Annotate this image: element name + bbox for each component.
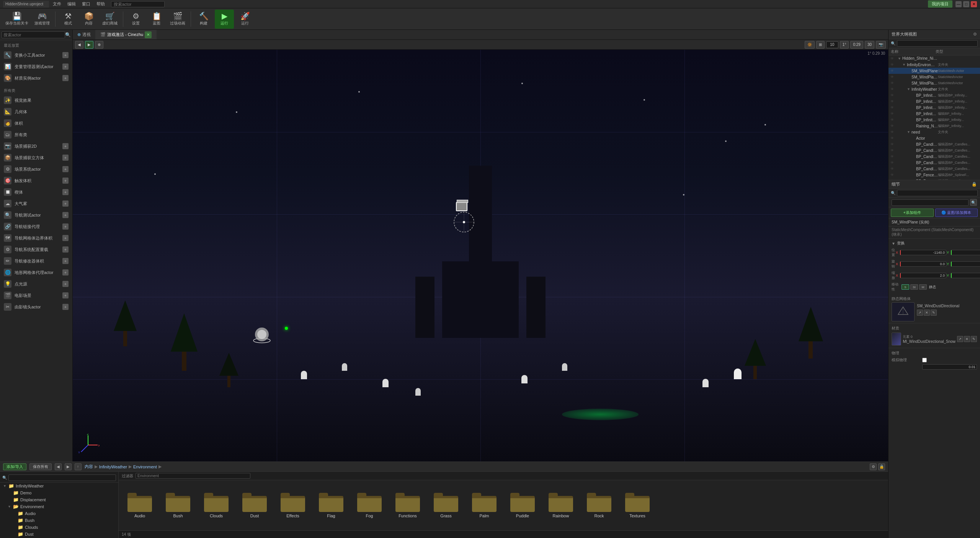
details-find-btn[interactable]: 🔍 (970, 199, 977, 206)
vp-fps-btn[interactable]: 30 (865, 41, 874, 49)
project-button[interactable]: 我的项目 (928, 0, 952, 8)
rotation-y-input[interactable] (951, 261, 980, 267)
panel-item-point-light[interactable]: 💡 点光源 + (0, 278, 72, 290)
details-lock-icon[interactable]: 🔒 (972, 182, 977, 187)
outliner-tree-item[interactable]: 👁 BP_Candles_8 编辑器BP_Candles... (889, 166, 980, 172)
cb-tree-item[interactable]: ▼ 📁 InfinityWeather (0, 483, 118, 489)
mesh-add-btn[interactable]: + (62, 189, 69, 195)
maximize-button[interactable]: □ (963, 1, 969, 7)
toolbar-mode[interactable]: ⚒ 模式 (59, 10, 78, 29)
outliner-tree-item[interactable]: 👁 BP_Fence16 编辑器BP_SplineF... (889, 172, 980, 178)
outliner-tree-item[interactable]: 👁 BP_InfinityOcclusion 编辑器BP_Infinity... (889, 104, 980, 111)
menu-file[interactable]: 文件 (53, 1, 61, 7)
geo-proxy-add-btn[interactable]: + (62, 269, 69, 276)
vp-back-btn[interactable]: ◀ (75, 41, 83, 49)
cb-lock-btn[interactable]: 🔒 (878, 463, 885, 470)
outliner-search-input[interactable] (897, 40, 978, 47)
outliner-tree-item[interactable]: 👁 BP_InfinityWind 编辑器BP_Infinity... (889, 98, 980, 104)
nav-test-add-btn[interactable]: + (62, 212, 69, 218)
cb-forward-btn[interactable]: ▶ (65, 463, 72, 470)
mobility-static-btn[interactable]: S (902, 284, 909, 290)
crumb-infinity[interactable]: InfinityWeather (99, 465, 127, 469)
cb-settings-btn[interactable]: ⚙ (870, 463, 877, 470)
outliner-tree-item[interactable]: 👁 BP_Candles_02 编辑器BP_Candles... (889, 147, 980, 153)
panel-item-fog[interactable]: ☁ 大气雾 + (0, 198, 72, 209)
sm-clear-btn[interactable]: ✕ (924, 310, 930, 316)
toolbar-settings[interactable]: ⚙ 设置 (126, 10, 145, 29)
mat-clear-btn[interactable]: ✕ (964, 336, 970, 342)
crumb-env[interactable]: Environment (133, 465, 157, 469)
content-folder-functions[interactable]: Functions (390, 491, 425, 520)
scene-sys-add-btn[interactable]: + (62, 166, 69, 172)
cb-tree-item[interactable]: 📁 Bush (0, 517, 118, 524)
outliner-tree-item[interactable]: 👁 SM_WindPlane StaticMesh-Actor (889, 68, 980, 74)
outliner-tree-item[interactable]: 👁 ▼ InfinityEnvironment 文件夹 (889, 62, 980, 68)
outliner-tree-item[interactable]: 👁 BP_InfinityWeatherController 编辑BP_Infi… (889, 111, 980, 117)
content-folder-clouds[interactable]: Clouds (199, 491, 234, 520)
outliner-settings-icon[interactable]: ⚙ (973, 32, 977, 37)
cb-tree-item[interactable]: 📁 Demo (0, 489, 118, 496)
panel-item-body[interactable]: 🧑 体积 (0, 117, 72, 129)
cb-filter-input[interactable] (136, 473, 250, 479)
sm-browse-btn[interactable]: ↗ (917, 310, 923, 316)
vp-angle-btn[interactable]: 1° (840, 41, 849, 49)
toolbar-play[interactable]: ▶ 运行 (215, 10, 234, 29)
vp-time-btn[interactable]: 0:29 (850, 41, 863, 49)
blueprint-script-btn[interactable]: 🔵 蓝图/添加脚本 (935, 209, 978, 217)
panel-item-capture3d[interactable]: 📦 场景捕获立方体 + (0, 152, 72, 163)
position-y-input[interactable] (951, 250, 980, 255)
outliner-tree-item[interactable]: 👁 BP_InfinityPrecipitationHail 编辑BP_Infi… (889, 117, 980, 123)
content-folder-rock[interactable]: Rock (582, 491, 616, 520)
vp-crosshair-btn[interactable]: ⊕ (95, 41, 103, 49)
sm-edit-btn[interactable]: ✎ (931, 310, 937, 316)
panel-item-material[interactable]: 🎨 材质实例actor + (0, 72, 72, 84)
panel-item-capture2d[interactable]: 📷 场景捕获2D + (0, 140, 72, 152)
cb-tree-item[interactable]: 📁 Clouds (0, 524, 118, 531)
outliner-tree-item[interactable]: 👁 BP_Candles_03 编辑器BP_Candles... (889, 153, 980, 160)
outliner-tree-item[interactable]: 👁 BP_Candles_01 编辑器BP_Candles... (889, 141, 980, 147)
panel-item-nav-mesh[interactable]: 🗺 导航网格体边界体积 + (0, 232, 72, 244)
vp-tab-persp[interactable]: ⊕ 透视 (73, 30, 96, 39)
toolbar-market[interactable]: 🛒 虚幻商城 (100, 10, 120, 29)
close-button[interactable]: ✕ (971, 1, 977, 7)
panel-item-geo-proxy[interactable]: 🌐 地形网格体代理actor + (0, 267, 72, 278)
toolbar-save[interactable]: 💾 保存当前关卡 (3, 10, 31, 29)
trigger-add-btn[interactable]: + (62, 178, 69, 184)
vp-realtime-btn[interactable]: 🔆 (805, 41, 815, 49)
panel-item-mesh[interactable]: 🔲 楔体 + (0, 186, 72, 198)
content-folder-puddle[interactable]: Puddle (505, 491, 540, 520)
content-folder-effects[interactable]: Effects (276, 491, 310, 520)
content-folder-audio[interactable]: Audio (122, 491, 157, 520)
minimize-button[interactable]: — (956, 1, 962, 7)
simulate-checkbox[interactable] (922, 358, 927, 362)
toolbar-launch[interactable]: 🚀 运行 (235, 10, 255, 29)
nav-mod-add-btn[interactable]: + (62, 258, 69, 264)
toolbar-build[interactable]: 🔨 构建 (194, 10, 213, 29)
actor-search[interactable] (111, 1, 165, 7)
vp-grid-btn[interactable]: ⊞ (816, 41, 825, 49)
crumb-content[interactable]: 内容 (85, 464, 93, 470)
manager-add-btn[interactable]: + (62, 64, 69, 70)
menu-window[interactable]: 窗口 (82, 1, 90, 7)
cam-cut-add-btn[interactable]: + (62, 304, 69, 310)
outliner-tree-item[interactable]: 👁 SM_WindPlane3 StaticMeshActor (889, 80, 980, 86)
outliner-tree-item[interactable]: 👁 ▼ need 文件夹 (889, 129, 980, 135)
cb-add-btn[interactable]: 添加/导入 (3, 463, 26, 470)
panel-item-vfx[interactable]: ✨ 视觉效果 (0, 95, 72, 106)
mobility-stationary-btn[interactable]: St (910, 284, 918, 290)
vp-tab-close-btn[interactable]: ✕ (145, 31, 152, 38)
scale-y-input[interactable] (951, 273, 980, 278)
nav-mesh-add-btn[interactable]: + (62, 235, 69, 241)
panel-item-all[interactable]: 🗂 所有类 (0, 129, 72, 140)
content-folder-bush[interactable]: Bush (161, 491, 195, 520)
vp-play-btn[interactable]: ▶ (85, 41, 93, 49)
toolbar-blueprint[interactable]: 📋 蓝图 (147, 10, 166, 29)
cinema-add-btn[interactable]: + (62, 292, 69, 298)
capture3d-add-btn[interactable]: + (62, 155, 69, 161)
capture2d-add-btn[interactable]: + (62, 143, 69, 149)
panel-item-cinema[interactable]: 🎬 电影场景 + (0, 290, 72, 301)
panel-item-scene-sys[interactable]: ⚙ 场景系统actor + (0, 163, 72, 175)
cb-tree-item[interactable]: 📁 Displacement (0, 496, 118, 503)
panel-item-nav-test[interactable]: 🔍 导航测试actor + (0, 209, 72, 221)
menu-help[interactable]: 帮助 (96, 1, 105, 7)
